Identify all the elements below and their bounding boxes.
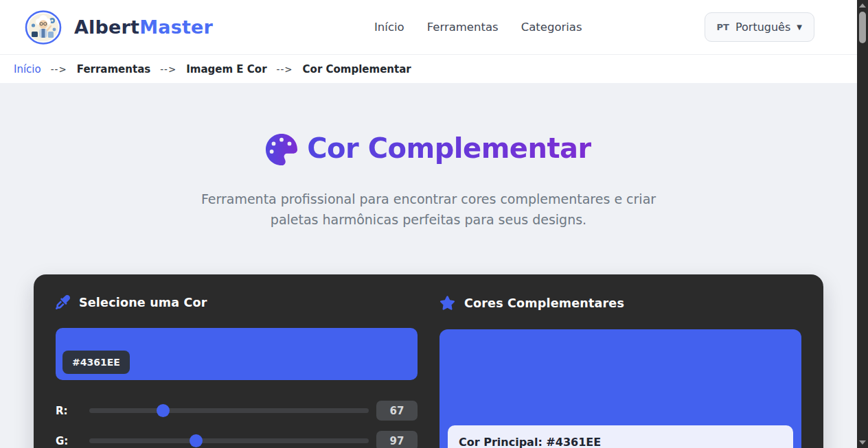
chevron-down-icon: ▼ <box>797 23 802 31</box>
brand-logo[interactable]: AlbertMaster <box>25 9 213 46</box>
slider-green-track[interactable] <box>89 438 369 443</box>
scroll-down-icon[interactable] <box>857 437 868 448</box>
nav-link-inicio[interactable]: Início <box>374 21 404 34</box>
slider-red-value: 67 <box>376 401 418 421</box>
page-title: Cor Complementar <box>307 132 591 164</box>
breadcrumb-ferramentas[interactable]: Ferramentas <box>77 63 150 75</box>
selected-color-hex-badge: #4361EE <box>62 351 130 374</box>
brand-name: AlbertMaster <box>74 16 213 38</box>
brand-name-primary: Albert <box>74 16 139 38</box>
selected-color-swatch[interactable]: #4361EE <box>56 328 418 380</box>
slider-green-thumb[interactable] <box>190 434 203 447</box>
main-color-info-panel: Cor Principal: #4361EE <box>448 425 793 448</box>
palette-icon <box>266 134 297 165</box>
color-picker-panel: Selecione uma Cor #4361EE R: 67 G: <box>56 295 418 448</box>
brand-avatar-icon <box>25 9 62 46</box>
language-code: PT <box>717 22 729 32</box>
scroll-up-icon[interactable] <box>857 0 868 11</box>
main-color-swatch: Cor Principal: #4361EE <box>439 329 801 448</box>
rgb-sliders: R: 67 G: 97 <box>56 401 418 448</box>
breadcrumb-separator: --> <box>51 64 67 75</box>
tool-card: Selecione uma Cor #4361EE R: 67 G: <box>34 274 823 448</box>
slider-green-label: G: <box>56 435 82 447</box>
slider-green-value: 97 <box>376 431 418 448</box>
main-nav: Início Ferramentas Categorias <box>374 21 582 34</box>
scrollbar-thumb[interactable] <box>859 12 866 43</box>
results-heading: Cores Complementares <box>439 295 801 311</box>
picker-heading-label: Selecione uma Cor <box>79 296 207 309</box>
breadcrumb: Início --> Ferramentas --> Imagem E Cor … <box>0 55 857 83</box>
breadcrumb-separator: --> <box>277 64 293 75</box>
nav-link-ferramentas[interactable]: Ferramentas <box>427 21 499 34</box>
slider-red-label: R: <box>56 405 82 417</box>
page-subtitle: Ferramenta profissional para encontrar c… <box>195 189 662 230</box>
hero-section: Cor Complementar Ferramenta profissional… <box>0 83 857 230</box>
page-scrollbar[interactable] <box>857 0 868 448</box>
picker-heading: Selecione uma Cor <box>56 295 418 309</box>
slider-row-green: G: 97 <box>56 431 418 448</box>
star-icon <box>439 295 455 311</box>
brand-name-secondary: Master <box>139 16 213 38</box>
page: AlbertMaster Início Ferramentas Categori… <box>0 0 857 448</box>
results-heading-label: Cores Complementares <box>464 296 624 310</box>
slider-row-red: R: 67 <box>56 401 418 421</box>
language-label: Português <box>735 21 790 34</box>
breadcrumb-cor-complementar: Cor Complementar <box>303 63 411 75</box>
eyedropper-icon <box>56 295 70 309</box>
complementary-colors-panel: Cores Complementares Cor Principal: #436… <box>439 295 801 448</box>
language-selector[interactable]: PT Português ▼ <box>705 12 814 42</box>
slider-red-track[interactable] <box>89 408 369 413</box>
breadcrumb-separator: --> <box>160 64 176 75</box>
slider-red-thumb[interactable] <box>157 404 170 417</box>
main-color-label: Cor Principal: #4361EE <box>459 436 782 448</box>
breadcrumb-inicio[interactable]: Início <box>14 63 41 75</box>
header: AlbertMaster Início Ferramentas Categori… <box>0 0 857 55</box>
nav-link-categorias[interactable]: Categorias <box>521 21 582 34</box>
breadcrumb-imagem-e-cor[interactable]: Imagem E Cor <box>186 63 266 75</box>
